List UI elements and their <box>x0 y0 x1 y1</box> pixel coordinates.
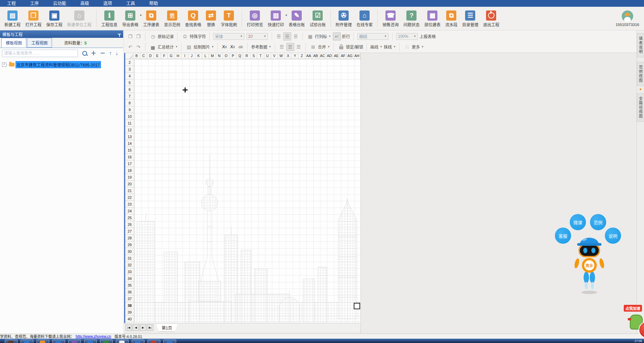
item-工程信息-button[interactable]: ℹ工程信息 <box>99 9 120 28</box>
row-header-17[interactable]: 17 <box>125 160 134 167</box>
row-header-21[interactable]: 21 <box>125 187 134 194</box>
collapse-icon[interactable]: － <box>100 51 105 56</box>
column-header-AG[interactable]: AG <box>347 53 353 59</box>
item-更多-button[interactable]: ∷更多▼ <box>403 43 424 51</box>
search-input[interactable] <box>2 50 78 57</box>
row-header-37[interactable]: 37 <box>125 295 134 302</box>
item-试验台账-button[interactable]: ☑试验台账 <box>307 9 328 28</box>
row-header-6[interactable]: 6 <box>125 86 134 93</box>
row-header-20[interactable]: 20 <box>125 181 134 187</box>
add-icon[interactable]: ＋ <box>91 51 96 56</box>
item-抹线-button[interactable]: 抹线▼ <box>384 44 396 50</box>
item-特殊字符-button[interactable]: Ω特殊字符 <box>181 33 206 40</box>
column-header-J[interactable]: J <box>188 53 195 59</box>
item-快速打印-button[interactable]: ▥快速打印▼ <box>265 9 286 28</box>
item-锁定-解锁-button[interactable]: 锁定/解锁 <box>337 43 363 51</box>
taskbar-app-icon[interactable] <box>163 340 176 343</box>
taskbar-app-icon[interactable] <box>52 340 65 343</box>
item-100--select[interactable]: 100%▼ <box>396 33 418 40</box>
item-表格台账-button[interactable]: ✎表格台账 <box>286 9 307 28</box>
item-新建工程-button[interactable]: ▤新建工程 <box>2 9 23 28</box>
menu-帮助[interactable]: 帮助 <box>142 0 165 7</box>
item-问题状态-button[interactable]: ?问题状态 <box>401 9 422 28</box>
up-arrow-icon[interactable]: ↑ <box>109 51 112 56</box>
column-header-S[interactable]: S <box>250 53 257 59</box>
taskbar-app-icon[interactable] <box>132 340 144 343</box>
subscript-icon[interactable]: X2 <box>229 43 236 51</box>
column-header-R[interactable]: R <box>243 53 250 59</box>
item-部位建表-button[interactable]: ▦部位建表 <box>422 9 443 28</box>
website-link[interactable]: http://www.zhuyew.cn <box>76 334 111 338</box>
row-header-22[interactable]: 22 <box>125 194 134 201</box>
pin-icon[interactable] <box>118 34 121 34</box>
item-查找表格-button[interactable]: Q查找表格 <box>183 9 204 28</box>
column-header-G[interactable]: G <box>168 53 175 59</box>
sheet-tab[interactable]: 第1页 <box>156 324 178 332</box>
item-上报表格-button[interactable]: 上报表格 <box>420 33 436 39</box>
column-header-B[interactable]: B <box>133 53 140 59</box>
first-sheet-button[interactable]: |◀ <box>126 324 132 331</box>
align-left-icon[interactable]: ☰ <box>278 43 286 51</box>
item-原始记录-button[interactable]: ◷原始记录 <box>149 33 174 40</box>
row-header-39[interactable]: 39 <box>125 309 134 316</box>
row-header-34[interactable]: 34 <box>125 275 134 282</box>
column-header-AC[interactable]: AC <box>319 53 326 59</box>
row-header-26[interactable]: 26 <box>125 221 134 228</box>
menu-工具[interactable]: 工具 <box>119 0 142 7</box>
row-header-11[interactable]: 11 <box>125 120 134 127</box>
column-header-L[interactable]: L <box>202 53 209 59</box>
item-打开工程-button[interactable]: ❐打开工程 <box>23 9 44 28</box>
row-header-10[interactable]: 10 <box>125 113 134 120</box>
column-header-I[interactable]: I <box>182 53 188 59</box>
column-header-D[interactable]: D <box>147 53 154 59</box>
valign-top-icon[interactable]: ☰ <box>275 33 283 40</box>
item-工序建表-button[interactable]: ⧉工序建表 <box>141 9 162 28</box>
row-header-25[interactable]: 25 <box>125 214 134 221</box>
taskbar-app-icon[interactable] <box>5 340 18 343</box>
row-header-36[interactable]: 36 <box>125 289 134 295</box>
column-header-N[interactable]: N <box>216 53 223 59</box>
menu-工序[interactable]: 工序 <box>23 0 46 7</box>
tree-expander[interactable]: + <box>2 62 6 67</box>
grid-cells[interactable] <box>134 59 360 322</box>
column-header-W[interactable]: W <box>278 53 285 59</box>
row-header-38[interactable]: 38 <box>125 302 134 309</box>
taskbar-app-icon[interactable] <box>21 340 33 343</box>
item-保存工程-button[interactable]: ▣保存工程 <box>44 9 65 28</box>
item-参考数据-button[interactable]: 参考数据▼ <box>251 44 271 50</box>
item-替换-button[interactable]: ⇄替换 <box>204 9 218 28</box>
bubble-item-说明[interactable]: 说明 <box>605 228 621 244</box>
row-header-8[interactable]: 8 <box>125 100 134 106</box>
column-header-AH[interactable]: AH <box>354 53 360 59</box>
strikethrough-icon[interactable]: ab <box>237 43 244 51</box>
column-header-P[interactable]: P <box>230 53 237 59</box>
row-header-2[interactable]: 2 <box>125 59 134 66</box>
copy-icon[interactable]: ❐ <box>127 33 134 40</box>
search-icon[interactable] <box>82 51 87 56</box>
row-header-27[interactable]: 27 <box>125 228 134 235</box>
item-流水段-button[interactable]: ⧉流水段 <box>443 9 460 28</box>
row-header-23[interactable]: 23 <box>125 201 134 208</box>
row-header-16[interactable]: 16 <box>125 154 134 160</box>
column-header-Q[interactable]: Q <box>237 53 243 59</box>
row-header-15[interactable]: 15 <box>125 147 134 154</box>
column-header-AE[interactable]: AE <box>333 53 340 59</box>
prev-sheet-button[interactable]: ◀ <box>133 324 139 331</box>
item-汇总统计-button[interactable]: ▅汇总统计▼ <box>149 43 178 51</box>
taskbar-app-icon[interactable] <box>116 340 129 343</box>
item-打印预览-button[interactable]: ◎打印预览 <box>244 9 265 28</box>
last-sheet-button[interactable]: ▶| <box>147 324 153 331</box>
valign-bottom-icon[interactable]: ☰ <box>292 33 299 40</box>
tab-item-模板视图[interactable]: 模板视图 <box>1 38 26 48</box>
column-header-M[interactable]: M <box>209 53 216 59</box>
tree-item-selected[interactable]: 北京市建筑工程资料管理规程DB11/T695-2017 <box>16 61 101 68</box>
bubble-item-范例[interactable]: 范例 <box>590 214 606 230</box>
bubble-item-微课[interactable]: 微课 <box>570 214 586 230</box>
column-header-X[interactable]: X <box>285 53 292 59</box>
row-header-5[interactable]: 5 <box>125 79 134 86</box>
row-header-9[interactable]: 9 <box>125 106 134 113</box>
select-all-corner[interactable] <box>125 53 133 59</box>
row-header-30[interactable]: 30 <box>125 248 134 255</box>
taskbar-app-icon[interactable] <box>68 340 81 343</box>
menu-选项[interactable]: 选项 <box>96 0 119 7</box>
